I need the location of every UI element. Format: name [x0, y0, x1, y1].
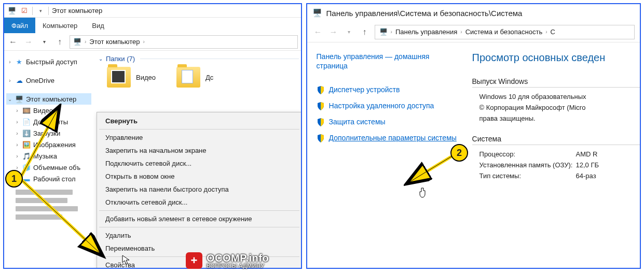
- folder-videos[interactable]: Видео: [107, 67, 156, 88]
- pc-icon: 🖥️: [73, 38, 81, 46]
- chevron-down-icon[interactable]: ⌄: [99, 56, 103, 62]
- checkbox-icon: ☑: [20, 6, 29, 16]
- dropdown-icon[interactable]: ▾: [36, 6, 45, 16]
- ctx-disconnect-network-drive[interactable]: Отключить сетевой диск...: [97, 196, 302, 209]
- download-icon: ⬇️: [22, 129, 31, 137]
- watermark-subtitle: ВОПРОСЫ АДМИНУ: [207, 263, 269, 269]
- document-icon: 📄: [22, 118, 31, 126]
- ribbon-tab-view[interactable]: Вид: [85, 18, 112, 33]
- navbar: ← → ▾ ↑ 🖥️ › Этот компьютер ›: [4, 33, 301, 51]
- cp-navbar: ← → ▾ ↑ 🖥️ › Панель управления › Система…: [307, 22, 640, 42]
- ctx-delete[interactable]: Удалить: [97, 229, 302, 242]
- shield-icon: [317, 102, 325, 110]
- folder-documents[interactable]: Дс: [176, 67, 213, 88]
- crumb-system-security[interactable]: Система и безопасность: [465, 28, 543, 36]
- cp-main: Просмотр основных сведен Выпуск Windows …: [472, 52, 640, 192]
- cloud-icon: ☁: [15, 76, 23, 84]
- chevron-right-icon[interactable]: ›: [15, 153, 20, 159]
- tree-downloads[interactable]: › ⬇️ Загрузки: [6, 127, 91, 139]
- section-system: Система: [472, 135, 640, 145]
- cp-home-link[interactable]: Панель управления — домашняя страница: [317, 52, 462, 70]
- chevron-right-icon[interactable]: ›: [15, 108, 20, 113]
- address-bar[interactable]: 🖥️ › Этот компьютер ›: [70, 35, 298, 49]
- tree-documents[interactable]: › 📄 Документы: [6, 116, 91, 127]
- ctx-manage[interactable]: Управление: [97, 131, 302, 144]
- nav-forward-icon[interactable]: →: [23, 36, 34, 48]
- chevron-down-icon[interactable]: ⌄: [7, 96, 12, 102]
- copyright-line2: права защищены.: [472, 114, 536, 122]
- pc-icon: 🖥️: [15, 95, 23, 103]
- chevron-right-icon: ›: [545, 29, 547, 35]
- shield-icon: [317, 134, 325, 142]
- chevron-right-icon[interactable]: ›: [7, 78, 12, 83]
- address-text: Этот компьютер: [89, 38, 140, 46]
- ctx-add-network-location[interactable]: Добавить новый элемент в сетевое окружен…: [97, 212, 302, 225]
- chevron-right-icon[interactable]: ›: [15, 131, 20, 136]
- ctx-open-new-window[interactable]: Открыть в новом окне: [97, 170, 302, 183]
- link-remote-settings[interactable]: Настройка удаленного доступа: [317, 101, 462, 111]
- address-bar[interactable]: 🖥️ › Панель управления › Система и безоп…: [375, 25, 635, 39]
- copyright-line1: © Корпорация Майкрософт (Micro: [472, 104, 586, 111]
- pc-icon: 🖥️: [312, 8, 322, 18]
- explorer-window: 🖥️ ☑ ▾ Этот компьютер Файл Компьютер Вид…: [3, 3, 302, 269]
- music-icon: 🎵: [22, 152, 31, 160]
- link-system-protection[interactable]: Защита системы: [317, 117, 462, 127]
- cp-sidebar: Панель управления — домашняя страница Ди…: [317, 52, 462, 192]
- tree-videos[interactable]: › 🎞️ Видео: [6, 105, 91, 116]
- nav-history-icon[interactable]: ▾: [344, 26, 355, 38]
- shield-icon: [317, 118, 325, 126]
- plus-icon: +: [186, 252, 202, 269]
- tree-onedrive[interactable]: › ☁ OneDrive: [6, 75, 91, 86]
- tree-this-pc[interactable]: ⌄ 🖥️ Этот компьютер: [6, 93, 91, 105]
- group-header-folders[interactable]: ⌄ Папки (7): [95, 55, 299, 63]
- annotation-badge-2: 2: [450, 144, 468, 162]
- folder-icon: [107, 67, 131, 88]
- ribbon-tab-file[interactable]: Файл: [4, 18, 35, 33]
- crumb-control-panel[interactable]: Панель управления: [395, 28, 457, 36]
- window-title: Панель управления\Система и безопасность…: [326, 9, 523, 18]
- nav-tree: › ★ Быстрый доступ › ☁ OneDrive ⌄ 🖥️ Это…: [4, 51, 93, 268]
- context-menu: Свернуть Управление Закрепить на начальн…: [97, 112, 302, 269]
- link-advanced-system-settings[interactable]: Дополнительные параметры системы: [317, 133, 462, 143]
- pictures-icon: 🖼️: [22, 140, 31, 149]
- desktop-icon: ▬: [22, 175, 31, 183]
- video-icon: 🎞️: [22, 106, 31, 114]
- ctx-pin-quick-access[interactable]: Закрепить на панели быстрого доступа: [97, 183, 302, 196]
- pc-icon: 🖥️: [7, 6, 17, 16]
- window-title: Этот компьютер: [52, 7, 102, 15]
- chevron-right-icon: ›: [460, 29, 462, 35]
- chevron-right-icon: ›: [391, 29, 392, 35]
- system-window: 🖥️ Панель управления\Система и безопасно…: [306, 3, 641, 269]
- chevron-right-icon: ›: [143, 39, 145, 45]
- value-system-type: 64-раз: [576, 172, 640, 180]
- link-device-manager[interactable]: Диспетчер устройств: [317, 85, 462, 95]
- blurred-item: [16, 198, 67, 203]
- ribbon-tab-computer[interactable]: Компьютер: [35, 18, 85, 33]
- label-processor: Процессор:: [472, 150, 576, 158]
- quick-access-toolbar: 🖥️ ☑ ▾ Этот компьютер: [4, 4, 301, 18]
- tree-music[interactable]: › 🎵 Музыка: [6, 150, 91, 162]
- nav-back-icon[interactable]: ←: [7, 36, 19, 48]
- cursor-icon: [122, 255, 130, 265]
- chevron-right-icon[interactable]: ›: [15, 119, 20, 125]
- nav-up-icon[interactable]: ↑: [54, 36, 65, 48]
- nav-up-icon[interactable]: ↑: [359, 26, 371, 38]
- annotation-badge-1: 1: [5, 170, 23, 188]
- value-processor: AMD R: [576, 150, 640, 158]
- chevron-right-icon[interactable]: ›: [15, 165, 20, 170]
- ctx-pin-start[interactable]: Закрепить на начальном экране: [97, 144, 302, 157]
- nav-history-icon[interactable]: ▾: [38, 36, 50, 48]
- ctx-collapse[interactable]: Свернуть: [97, 114, 302, 127]
- tree-pictures[interactable]: › 🖼️ Изображения: [6, 139, 91, 150]
- blurred-item: [16, 206, 78, 211]
- nav-forward-icon[interactable]: →: [328, 26, 339, 38]
- ctx-map-network-drive[interactable]: Подключить сетевой диск...: [97, 157, 302, 170]
- crumb-system[interactable]: С: [551, 28, 555, 36]
- chevron-right-icon[interactable]: ›: [15, 142, 20, 148]
- cube-icon: 🧊: [22, 163, 31, 171]
- watermark: + OCOMP.info ВОПРОСЫ АДМИНУ: [186, 252, 269, 269]
- page-title: Просмотр основных сведен: [472, 52, 640, 64]
- chevron-right-icon[interactable]: ›: [7, 59, 12, 65]
- tree-quick-access[interactable]: › ★ Быстрый доступ: [6, 56, 91, 67]
- nav-back-icon[interactable]: ←: [312, 26, 324, 38]
